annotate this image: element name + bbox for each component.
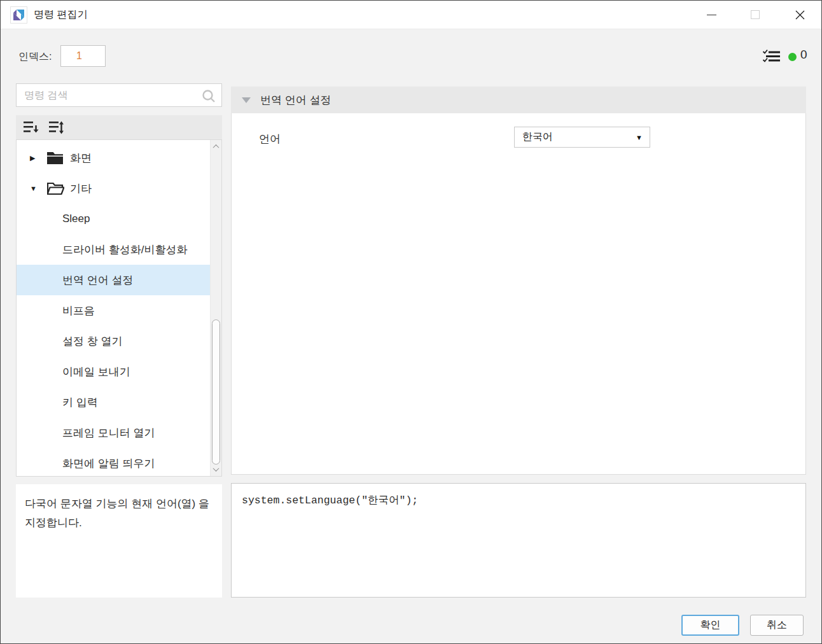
scrollbar-thumb[interactable] [212,319,220,465]
sort-descending-button[interactable] [20,118,41,137]
language-label: 언어 [259,132,281,146]
tree-folder-row[interactable]: ▶화면 [17,143,210,173]
tree-item-label: 프레임 모니터 열기 [62,426,155,440]
tree-item-label: Sleep [62,213,90,225]
command-list-icon[interactable] [762,49,781,66]
tree-item-label: 번역 언어 설정 [62,273,133,288]
language-select[interactable]: 한국어 ▼ [514,127,650,148]
scroll-up-icon[interactable] [211,141,221,152]
tree-command-row[interactable]: 프레임 모니터 열기 [17,417,210,448]
tree-item-label: 기타 [70,181,92,196]
scroll-down-icon[interactable] [211,464,221,475]
chevron-expanded-icon[interactable]: ▼ [30,185,41,192]
sort-down-icon [23,120,39,135]
tree-command-row[interactable]: 설정 창 열기 [17,326,210,356]
code-preview-panel: system.setLanguage("한국어"); [231,483,806,598]
command-description: 다국어 문자열 기능의 현재 언어(열) 을 지정합니다. [16,484,222,543]
tree-item-label: 화면 [70,151,92,165]
generated-code: system.setLanguage("한국어"); [232,484,805,517]
command-description-panel: 다국어 문자열 기능의 현재 언어(열) 을 지정합니다. [16,484,222,598]
tree-item-label: 설정 창 열기 [62,334,122,349]
cancel-button[interactable]: 취소 [750,615,804,636]
chevron-collapsed-icon[interactable]: ▶ [30,154,41,162]
minimize-button[interactable] [697,4,726,25]
search-input[interactable] [17,84,221,106]
close-button[interactable] [785,4,814,25]
status-dot [788,53,797,61]
maximize-button[interactable] [741,4,770,25]
ok-button[interactable]: 확인 [681,615,739,636]
tree-item-label: 화면에 알림 띄우기 [62,456,155,471]
tree-command-row[interactable]: 드라이버 활성화/비활성화 [17,234,210,265]
folder-open-icon [47,182,64,195]
tree-scrollbar[interactable] [210,140,221,476]
sort-up-down-icon [48,120,64,135]
index-label: 인덱스: [18,50,52,64]
tree-item-label: 이메일 보내기 [62,365,130,379]
tree-command-row[interactable]: 비프음 [17,295,210,326]
sort-toggle-button[interactable] [45,118,67,137]
tree-item-label: 비프음 [62,304,95,318]
detail-section-title: 번역 언어 설정 [260,93,331,108]
tree-command-row[interactable]: 키 입력 [17,387,210,417]
tree-command-row[interactable]: Sleep [17,204,210,234]
maximize-icon [751,10,760,19]
chevron-down-icon: ▼ [636,134,643,141]
command-editor-window: 명령 편집기 인덱스: 0 [0,0,822,644]
command-search-box [16,83,222,107]
tree-command-row[interactable]: 화면에 알림 띄우기 [17,448,210,479]
detail-panel: 언어 한국어 ▼ [231,113,806,475]
tree-folder-row[interactable]: ▼기타 [17,173,210,204]
tree-item-label: 드라이버 활성화/비활성화 [62,242,187,257]
window-title: 명령 편집기 [34,8,87,22]
close-icon [795,10,805,20]
language-selected-value: 한국어 [522,130,636,144]
status-count: 0 [800,48,807,62]
app-logo-icon [10,6,27,24]
tree-toolbar [16,115,222,139]
detail-section-header[interactable]: 번역 언어 설정 [231,87,806,113]
tree-item-label: 키 입력 [62,395,98,410]
minimize-icon [707,15,716,15]
index-input[interactable] [60,45,106,67]
tree-command-row[interactable]: 번역 언어 설정 [17,265,210,295]
command-tree: ▶화면▼기타Sleep드라이버 활성화/비활성화번역 언어 설정비프음설정 창 … [16,139,222,477]
collapse-caret-icon[interactable] [242,97,251,103]
tree-command-row[interactable]: 이메일 보내기 [17,356,210,387]
folder-closed-icon [47,151,64,164]
search-icon [202,89,216,106]
titlebar: 명령 편집기 [1,1,821,29]
